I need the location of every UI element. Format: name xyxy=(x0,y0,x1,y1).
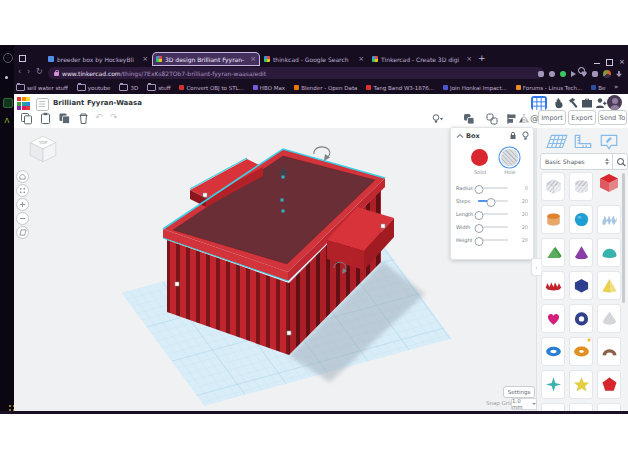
hole-swatch[interactable] xyxy=(501,149,518,166)
tab-close-icon[interactable]: × xyxy=(142,55,148,63)
download-icon[interactable] xyxy=(616,71,622,77)
ungroup-icon[interactable] xyxy=(486,113,498,125)
send-to-button[interactable]: Send To xyxy=(598,110,627,125)
bookmark-folder[interactable]: youtube xyxy=(77,84,111,91)
tinkercad-logo[interactable] xyxy=(17,97,30,110)
shape-cone[interactable] xyxy=(569,238,593,267)
workplane-tool-icon[interactable] xyxy=(546,133,568,151)
bookmark-folder[interactable]: 3D xyxy=(119,84,138,91)
shape-tile[interactable] xyxy=(541,403,565,411)
shape-torus[interactable] xyxy=(541,337,565,366)
browser-tab-2-active[interactable]: 3D design Brilliant Fyyran- × xyxy=(152,52,260,66)
browser-tab-1[interactable]: breeder box by HockeyBli × xyxy=(44,52,152,66)
zoom-in-button[interactable] xyxy=(16,198,29,211)
shape-tile[interactable] xyxy=(597,403,621,411)
tab-close-icon[interactable]: × xyxy=(250,55,256,63)
forward-button[interactable]: › xyxy=(27,67,30,77)
solid-swatch[interactable] xyxy=(471,149,488,166)
shape-half-torus[interactable] xyxy=(597,337,621,366)
width-slider[interactable] xyxy=(478,226,508,228)
align-icon[interactable] xyxy=(505,113,517,125)
settings-button[interactable]: Settings xyxy=(503,386,535,398)
delete-icon[interactable] xyxy=(77,112,90,125)
hammer-icon[interactable] xyxy=(567,97,579,109)
bookmark-item[interactable]: Tang Band W3-1876... xyxy=(366,85,434,91)
home-view-button[interactable] xyxy=(16,170,29,183)
show-all-icon[interactable] xyxy=(431,113,443,125)
bookmark-item[interactable]: Best PC Game Keys... xyxy=(591,85,606,91)
maximize-icon[interactable] xyxy=(606,59,613,66)
shape-torus-thick[interactable]: ★ xyxy=(569,337,593,366)
bookmark-item[interactable]: Blender - Open Data xyxy=(294,85,357,91)
shape-cylinder-hole[interactable] xyxy=(569,172,593,201)
fit-view-button[interactable] xyxy=(16,184,29,197)
shape-paraboloid[interactable] xyxy=(597,304,621,333)
visibility-bulb-icon[interactable] xyxy=(522,131,529,141)
snap-grid-dropdown[interactable]: 1.0 mm xyxy=(511,398,537,410)
new-tab-button[interactable]: + xyxy=(478,53,486,63)
reload-button[interactable]: ↻ xyxy=(36,67,43,77)
shape-scribble[interactable] xyxy=(597,205,621,234)
back-button[interactable]: ‹ xyxy=(18,67,21,77)
shape-star[interactable] xyxy=(569,370,593,399)
design-properties-icon[interactable] xyxy=(36,98,49,111)
height-slider[interactable] xyxy=(478,239,508,241)
address-bar[interactable]: www.tinkercad.com/things/7ExKs82TOb7-bri… xyxy=(48,67,544,79)
collapse-panel-handle[interactable]: ‹ xyxy=(531,258,541,276)
status-extension-icon[interactable] xyxy=(560,71,566,77)
shape-polygon[interactable] xyxy=(569,271,593,300)
taskbar-green-app-icon[interactable] xyxy=(3,98,13,108)
bookmark-item[interactable]: Convert OBJ to STL... xyxy=(179,85,243,91)
tab-overview-button[interactable] xyxy=(19,55,26,62)
shape-sphere[interactable] xyxy=(569,205,593,234)
undo-icon[interactable]: ↶ xyxy=(95,112,103,122)
bookmarks-overflow-button[interactable]: » xyxy=(614,83,618,91)
play-extension-icon[interactable] xyxy=(571,71,576,77)
heart-extension-icon[interactable] xyxy=(581,71,587,77)
hand-icon[interactable] xyxy=(553,97,565,109)
duplicate-icon[interactable] xyxy=(58,112,71,125)
bookmark-item[interactable]: Forums - Linus Tech... xyxy=(516,85,583,91)
profile-avatar-icon[interactable] xyxy=(603,70,611,78)
shape-tube[interactable] xyxy=(569,304,593,333)
gear-extension-icon[interactable] xyxy=(592,71,598,77)
shape-box-hole[interactable] xyxy=(541,172,565,201)
briefcase-icon[interactable] xyxy=(581,97,593,109)
taskbar-app-ring-icon[interactable] xyxy=(3,53,13,63)
shape-roof[interactable] xyxy=(541,238,565,267)
collapse-inspector-icon[interactable] xyxy=(456,133,464,139)
steps-slider[interactable] xyxy=(478,200,508,202)
tab-close-icon[interactable]: × xyxy=(466,55,472,63)
shape-tile[interactable] xyxy=(569,403,593,411)
browser-tab-3[interactable]: thinkcad - Google Search × xyxy=(260,52,368,66)
add-person-icon[interactable] xyxy=(595,97,607,109)
shape-icosahedron[interactable] xyxy=(597,370,621,399)
copy-icon[interactable] xyxy=(20,112,33,125)
apps-extension-icon[interactable] xyxy=(538,71,544,77)
tinker-grid-button[interactable] xyxy=(531,96,547,110)
shape-box[interactable] xyxy=(597,172,621,201)
perspective-toggle-button[interactable] xyxy=(16,226,29,239)
ruler-tool-icon[interactable] xyxy=(572,133,594,151)
taskbar-lambda-app-icon[interactable]: Λ xyxy=(2,117,12,125)
export-button[interactable]: Export xyxy=(568,110,596,125)
mirror-icon[interactable] xyxy=(518,113,530,125)
bookmark-folder[interactable]: stuff xyxy=(147,84,170,91)
shape-category-dropdown[interactable]: Basic Shapes xyxy=(540,153,628,170)
import-button[interactable]: Import xyxy=(538,110,566,125)
bookmark-item[interactable]: Join Honkai Impact... xyxy=(443,85,507,91)
lock-icon[interactable] xyxy=(509,131,517,140)
length-slider[interactable] xyxy=(478,213,508,215)
bookmark-item[interactable]: HBO Max xyxy=(253,85,285,91)
radius-slider[interactable] xyxy=(478,187,508,189)
paste-icon[interactable] xyxy=(39,112,52,125)
tab-close-icon[interactable]: × xyxy=(358,55,364,63)
view-cube[interactable]: TOP xyxy=(27,132,59,166)
shape-star-4[interactable] xyxy=(541,370,565,399)
shape-heart[interactable] xyxy=(541,304,565,333)
shape-text[interactable] xyxy=(541,271,565,300)
search-shapes-button[interactable] xyxy=(612,154,627,169)
shape-half-sphere[interactable] xyxy=(597,238,621,267)
camera-extension-icon[interactable] xyxy=(549,71,555,77)
bookmark-folder[interactable]: sell water stuff xyxy=(16,84,68,91)
